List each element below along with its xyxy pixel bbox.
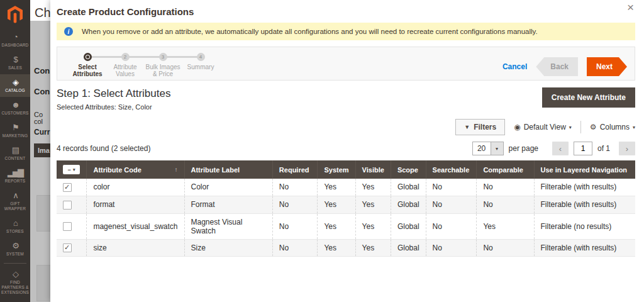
background-fragment: Co xyxy=(34,111,43,118)
close-icon[interactable]: × xyxy=(627,1,634,13)
catalog-icon: ◈ xyxy=(1,77,30,87)
sidebar-item-catalog[interactable]: ◈ CATALOG xyxy=(0,74,30,97)
total-pages-label: of 1 xyxy=(597,144,610,153)
next-page-button[interactable]: › xyxy=(619,142,635,155)
next-button[interactable]: Next xyxy=(587,57,627,76)
customers-icon: ☻ xyxy=(1,100,30,109)
system-icon: ⚙ xyxy=(1,241,30,250)
table-row[interactable]: format Format No Yes Yes Global No No Fi… xyxy=(57,196,635,213)
admin-sidebar: ◔ DASHBOARD $ SALES ◈ CATALOG ☻ CUSTOMER… xyxy=(0,0,30,302)
wizard-bar: Select Attributes 2 Attribute Values 3 B… xyxy=(57,47,635,81)
row-checkbox[interactable] xyxy=(63,183,72,192)
previous-page-button[interactable]: ‹ xyxy=(552,142,569,155)
step-heading-row: Step 1: Select Attributes Selected Attri… xyxy=(57,87,635,111)
step-dot: 2 xyxy=(121,53,130,61)
table-row[interactable]: size Size No Yes Yes Global No No Filter… xyxy=(57,239,635,257)
current-page-input[interactable] xyxy=(574,142,592,155)
page-size-value: 20 xyxy=(472,142,491,155)
sort-ascending-icon: ↑ xyxy=(175,166,178,173)
selected-attributes-text: Selected Attributes: Size, Color xyxy=(57,103,170,111)
back-button[interactable]: Back xyxy=(536,57,578,76)
select-all-dropdown[interactable]: − ▾ xyxy=(63,165,80,174)
step-dot-active xyxy=(84,53,92,61)
cancel-button[interactable]: Cancel xyxy=(502,62,527,71)
magento-logo-icon xyxy=(8,6,23,23)
step-dot: 4 xyxy=(197,53,205,61)
step-title: Step 1: Select Attributes xyxy=(57,87,170,100)
row-checkbox[interactable] xyxy=(63,222,72,231)
wizard-actions: Cancel Back Next xyxy=(502,57,627,76)
records-summary: 4 records found (2 selected) xyxy=(57,144,150,153)
background-fragment: col xyxy=(34,118,43,125)
sidebar-item-marketing[interactable]: ⚑ MARKETING xyxy=(0,120,30,142)
notice-text: When you remove or add an attribute, we … xyxy=(82,28,538,35)
find-partners-icon: ◇ xyxy=(1,269,30,279)
marketing-icon: ⚑ xyxy=(1,123,30,132)
toolbar-divider xyxy=(580,121,581,133)
page-size-select[interactable]: 20 ▾ xyxy=(472,142,504,155)
sidebar-item-dashboard[interactable]: ◔ DASHBOARD xyxy=(0,29,30,52)
modal-header: Create Product Configurations × xyxy=(57,0,635,23)
info-icon: i xyxy=(64,27,73,36)
create-product-configurations-modal: Create Product Configurations × i When y… xyxy=(50,0,644,302)
sidebar-item-customers[interactable]: ☻ CUSTOMERS xyxy=(0,97,30,120)
sidebar-item-reports[interactable]: ▂▅▇ REPORTS xyxy=(0,165,30,187)
magento-logo[interactable] xyxy=(0,0,30,29)
row-checkbox[interactable] xyxy=(63,243,72,252)
per-page-label: per page xyxy=(509,144,538,153)
records-row: 4 records found (2 selected) 20 ▾ per pa… xyxy=(57,142,635,155)
column-header-visible[interactable]: Visible xyxy=(355,160,391,179)
create-new-attribute-button[interactable]: Create New Attribute xyxy=(542,87,635,108)
gift-wrapper-icon: ∧ xyxy=(1,191,30,200)
column-header-system[interactable]: System xyxy=(318,160,355,179)
step-indicator: Select Attributes 2 Attribute Values 3 B… xyxy=(69,53,219,77)
dashboard-icon: ◔ xyxy=(1,32,30,42)
sidebar-item-gift-wrapper[interactable]: ∧ GIFT WRAPPER xyxy=(0,187,30,215)
sidebar-divider xyxy=(4,263,26,264)
table-row[interactable]: magenest_visual_swatch Magnest Visual Sw… xyxy=(57,213,635,239)
sidebar-item-system[interactable]: ⚙ SYSTEM xyxy=(0,238,30,260)
select-all-dash-icon: − xyxy=(68,167,71,173)
view-selector[interactable]: ◉ Default View ▾ xyxy=(514,123,572,131)
sidebar-item-stores[interactable]: ⌂ STORES xyxy=(0,215,30,238)
sidebar-item-content[interactable]: ▤ CONTENT xyxy=(0,142,30,165)
pagination: 20 ▾ per page ‹ of 1 › xyxy=(472,142,635,155)
select-all-header: − ▾ xyxy=(57,160,87,179)
filters-label: Filters xyxy=(474,123,496,131)
sales-icon: $ xyxy=(1,55,30,64)
column-header-searchable[interactable]: Searchable xyxy=(426,160,477,179)
reports-icon: ▂▅▇ xyxy=(1,168,30,177)
eye-icon: ◉ xyxy=(514,123,520,131)
column-header-attribute-code[interactable]: Attribute Code ↑ xyxy=(87,160,184,179)
column-header-attribute-label[interactable]: Attribute Label xyxy=(184,160,272,179)
chevron-down-icon: ▾ xyxy=(633,125,635,130)
step-dot: 3 xyxy=(159,53,167,61)
grid-header-row: − ▾ Attribute Code ↑ Attribute Label Req… xyxy=(57,160,635,179)
notice-banner: i When you remove or add an attribute, w… xyxy=(57,23,635,40)
chevron-down-icon: ▾ xyxy=(73,167,75,172)
table-row[interactable]: color Color No Yes Yes Global No No Filt… xyxy=(57,179,635,196)
chevron-down-icon[interactable]: ▾ xyxy=(491,142,504,155)
grid-toolbar: ▼ Filters ◉ Default View ▾ ⚙ Columns ▾ xyxy=(57,119,635,135)
columns-selector[interactable]: ⚙ Columns ▾ xyxy=(590,123,635,131)
content-icon: ▤ xyxy=(1,145,30,155)
row-checkbox[interactable] xyxy=(63,201,72,210)
filters-button[interactable]: ▼ Filters xyxy=(455,119,505,135)
background-fragment: Con xyxy=(34,87,50,96)
sidebar-item-find-partners[interactable]: ◇ FIND PARTNERS & EXTENSIONS xyxy=(0,266,30,299)
attributes-grid: − ▾ Attribute Code ↑ Attribute Label Req… xyxy=(57,160,635,257)
filter-icon: ▼ xyxy=(464,124,470,130)
sidebar-item-sales[interactable]: $ SALES xyxy=(0,52,30,74)
view-label: Default View xyxy=(524,123,566,131)
step-summary[interactable]: 4 Summary xyxy=(182,53,219,77)
chevron-down-icon: ▾ xyxy=(569,125,572,130)
columns-label: Columns xyxy=(600,123,630,131)
column-header-comparable[interactable]: Comparable xyxy=(477,160,534,179)
column-header-required[interactable]: Required xyxy=(272,160,318,179)
modal-title: Create Product Configurations xyxy=(57,6,635,17)
stores-icon: ⌂ xyxy=(1,218,30,228)
column-header-scope[interactable]: Scope xyxy=(391,160,426,179)
column-header-layered-navigation[interactable]: Use in Layered Navigation xyxy=(534,160,635,179)
gear-icon: ⚙ xyxy=(590,123,597,131)
background-fragment: Con xyxy=(34,66,50,76)
